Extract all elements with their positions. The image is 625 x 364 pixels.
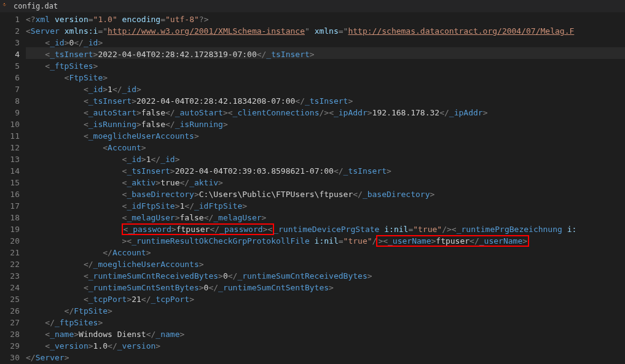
line-number: 23 (0, 270, 20, 282)
code-line: <_runtimeSumCntSentBytes>0</_runtimeSumC… (26, 282, 625, 293)
line-number: 1 (0, 14, 20, 25)
code-line: </_moeglicheUserAccounts> (26, 258, 625, 270)
svg-point-0 (4, 3, 5, 4)
code-line: <FtpSite> (26, 72, 625, 83)
code-line: <_version>1.0</_version> (26, 340, 625, 352)
code-line: <_idFtpSite>1</_idFtpSite> (26, 200, 625, 212)
code-line: <_tsInsert>2022-04-04T02:28:42.1728319-0… (26, 48, 625, 60)
highlight-box: <_password>ftpuser</_password>< (122, 223, 275, 235)
line-number: 3 (0, 37, 20, 48)
code-line: </FtpSite> (26, 305, 625, 317)
code-area[interactable]: <?xml version="1.0" encoding="utf-8"?><S… (26, 12, 625, 364)
line-number: 19 (0, 223, 20, 235)
line-number-gutter: 1234567891011121314151617181920212223242… (0, 12, 26, 364)
line-number: 8 (0, 95, 20, 107)
xml-file-icon (2, 2, 10, 11)
line-number: 29 (0, 340, 20, 352)
line-number: 11 (0, 130, 20, 142)
line-number: 2 (0, 25, 20, 37)
code-line: <?xml version="1.0" encoding="utf-8"?> (26, 14, 625, 25)
line-number: 22 (0, 258, 20, 270)
code-line: <Server xmlns:i="http://www.w3.org/2001/… (26, 25, 625, 37)
code-line: <_id>0</_id> (26, 37, 625, 48)
code-line: <Account> (26, 142, 625, 153)
code-line: <_id>1</_id> (26, 153, 625, 165)
line-number: 17 (0, 200, 20, 212)
code-line: </_ftpSites> (26, 317, 625, 328)
code-line: <_aktiv>true</_aktiv> (26, 177, 625, 188)
code-line: <_baseDirectory>C:\Users\Public\FTPUsers… (26, 188, 625, 200)
line-number: 20 (0, 235, 20, 247)
code-line: <_password>ftpuser</_password><_runtimeD… (26, 223, 625, 235)
line-number: 21 (0, 247, 20, 258)
code-line: <_tcpPort>21</_tcpPort> (26, 293, 625, 305)
code-line: <_tsInsert>2022-04-04T02:39:03.8598621-0… (26, 165, 625, 177)
code-line: <_ftpSites> (26, 60, 625, 72)
line-number: 30 (0, 352, 20, 363)
code-line: <_melagUser>false</_melagUser> (26, 212, 625, 223)
code-line: <_moeglicheUserAccounts> (26, 130, 625, 142)
line-number: 5 (0, 60, 20, 72)
line-number: 14 (0, 165, 20, 177)
line-number: 18 (0, 212, 20, 223)
code-line: <_name>Windows Dienst</_name> (26, 328, 625, 340)
line-number: 13 (0, 153, 20, 165)
line-number: 4 (0, 48, 20, 60)
tab-bar: config.dat (0, 0, 625, 12)
highlight-box: ><_userName>ftpuser</_userName> (376, 235, 529, 247)
line-number: 24 (0, 282, 20, 293)
code-line: <_autoStart>false</_autoStart><_clientCo… (26, 107, 625, 118)
code-line: <_isRunning>false</_isRunning> (26, 118, 625, 130)
line-number: 15 (0, 177, 20, 188)
line-number: 9 (0, 107, 20, 118)
code-line: </Server> (26, 352, 625, 363)
line-number: 16 (0, 188, 20, 200)
line-number: 27 (0, 317, 20, 328)
code-line: <_runtimeSumCntReceivedBytes>0</_runtime… (26, 270, 625, 282)
line-number: 26 (0, 305, 20, 317)
line-number: 12 (0, 142, 20, 153)
code-line: <_tsInsert>2022-04-04T02:28:42.1834208-0… (26, 95, 625, 107)
code-line: </Account> (26, 247, 625, 258)
code-editor[interactable]: 1234567891011121314151617181920212223242… (0, 12, 625, 364)
code-line: ><_runtimeResultOkCheckGrpProtokollFile … (26, 235, 625, 247)
line-number: 7 (0, 83, 20, 95)
tab-filename[interactable]: config.dat (14, 2, 58, 10)
line-number: 10 (0, 118, 20, 130)
line-number: 28 (0, 328, 20, 340)
code-line: <_id>1</_id> (26, 83, 625, 95)
line-number: 6 (0, 72, 20, 83)
line-number: 25 (0, 293, 20, 305)
